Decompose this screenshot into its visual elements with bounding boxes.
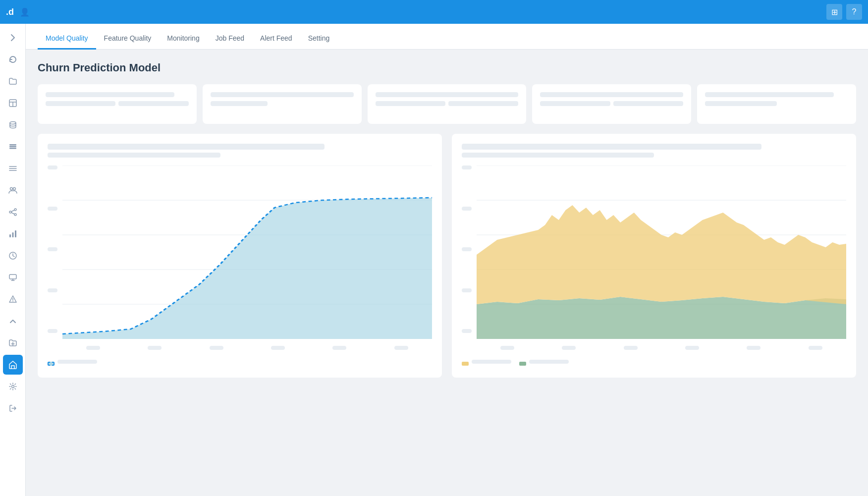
sidebar-item-logout[interactable] (3, 398, 23, 418)
svg-rect-17 (9, 234, 11, 237)
skeleton-line (705, 92, 834, 97)
x-label (685, 346, 699, 350)
tabs-bar: Model Quality Feature Quality Monitoring… (26, 24, 868, 50)
svg-rect-21 (9, 275, 16, 279)
right-chart-x-labels (477, 346, 846, 354)
sidebar-item-clock[interactable] (3, 246, 23, 266)
right-chart-header (462, 144, 846, 158)
tab-model-quality[interactable]: Model Quality (38, 28, 96, 50)
x-label (332, 346, 346, 350)
legend-label-1 (57, 360, 97, 364)
grid-button[interactable]: ⊞ (826, 4, 842, 20)
skeleton-title-line1 (48, 144, 325, 150)
svg-point-10 (10, 188, 12, 190)
y-label (48, 165, 57, 169)
metric-cards (38, 84, 856, 124)
legend-item-yellow (462, 360, 511, 368)
x-label (747, 346, 760, 350)
tab-setting[interactable]: Setting (300, 28, 338, 50)
sidebar-item-share[interactable] (3, 202, 23, 222)
sidebar (0, 24, 26, 496)
skeleton-line (448, 101, 518, 106)
left-chart-legend (48, 360, 432, 368)
y-label (462, 165, 472, 169)
legend-label-yellow (472, 360, 511, 364)
svg-point-13 (9, 211, 11, 213)
topbar: .d 👤 ⊞ ? (0, 0, 868, 24)
right-chart-inner (477, 165, 846, 339)
skeleton-line (46, 101, 115, 106)
sidebar-item-database[interactable] (3, 115, 23, 135)
skeleton-line (705, 101, 776, 106)
sidebar-item-monitor[interactable] (3, 268, 23, 287)
sidebar-item-chart[interactable] (3, 224, 23, 244)
topbar-user-icon: 👤 (20, 7, 30, 17)
help-button[interactable]: ? (846, 4, 862, 20)
svg-rect-18 (12, 232, 13, 237)
sidebar-item-refresh[interactable] (3, 50, 23, 69)
right-chart-svg (477, 165, 846, 339)
legend-dot-green (519, 362, 526, 366)
x-label (624, 346, 638, 350)
sidebar-item-stack[interactable] (3, 137, 23, 157)
legend-item-1 (48, 360, 97, 368)
tab-alert-feed[interactable]: Alert Feed (252, 28, 300, 50)
sidebar-item-arrow[interactable] (3, 28, 23, 48)
y-label (462, 329, 472, 333)
skeleton-line (613, 101, 683, 106)
skeleton-line (46, 92, 174, 97)
y-label (48, 329, 57, 333)
y-label (48, 247, 57, 251)
svg-point-3 (10, 122, 16, 124)
y-label (462, 247, 472, 251)
x-label (86, 346, 100, 350)
legend-label-green (529, 360, 569, 364)
left-chart-card (38, 134, 442, 378)
sidebar-item-chevron-up[interactable] (3, 311, 23, 331)
left-chart-y-labels (48, 165, 57, 339)
x-label (562, 346, 576, 350)
skeleton-pair (376, 101, 519, 110)
left-chart-header (48, 144, 432, 158)
sidebar-item-people[interactable] (3, 180, 23, 200)
y-label (48, 207, 57, 211)
tab-feature-quality[interactable]: Feature Quality (96, 28, 160, 50)
skeleton-line (540, 101, 610, 106)
sidebar-item-table[interactable] (3, 93, 23, 113)
y-label (462, 288, 472, 292)
metric-card-5 (697, 84, 856, 124)
left-chart-svg (62, 165, 432, 339)
svg-rect-4 (9, 144, 16, 146)
charts-row (38, 134, 856, 378)
sidebar-item-alert[interactable] (3, 289, 23, 309)
sidebar-item-list[interactable] (3, 159, 23, 178)
legend-item-green (519, 360, 569, 368)
metric-card-2 (203, 84, 362, 124)
metric-card-4 (532, 84, 691, 124)
svg-rect-6 (9, 148, 16, 149)
x-label (148, 346, 162, 350)
tab-monitoring[interactable]: Monitoring (159, 28, 207, 50)
svg-rect-5 (9, 146, 16, 148)
right-chart-area (462, 165, 846, 354)
skeleton-title-line2 (48, 153, 220, 158)
sidebar-item-settings[interactable] (3, 377, 23, 396)
sidebar-item-home[interactable] (3, 355, 23, 375)
right-chart-y-labels (462, 165, 472, 339)
sidebar-item-folder2[interactable] (3, 333, 23, 353)
sidebar-item-folder[interactable] (3, 71, 23, 91)
svg-point-12 (14, 209, 16, 211)
left-chart-inner (62, 165, 432, 339)
page-title: Churn Prediction Model (38, 61, 856, 74)
page-body: Churn Prediction Model (26, 50, 868, 496)
skeleton-pair (540, 101, 683, 110)
legend-dot-1 (48, 362, 54, 366)
y-label (48, 288, 57, 292)
svg-point-23 (12, 301, 13, 302)
tab-job-feed[interactable]: Job Feed (208, 28, 252, 50)
x-label (210, 346, 223, 350)
skeleton-line (376, 101, 445, 106)
app-logo: .d (6, 7, 14, 17)
right-chart-legend (462, 360, 846, 368)
skeleton-line (211, 92, 354, 97)
